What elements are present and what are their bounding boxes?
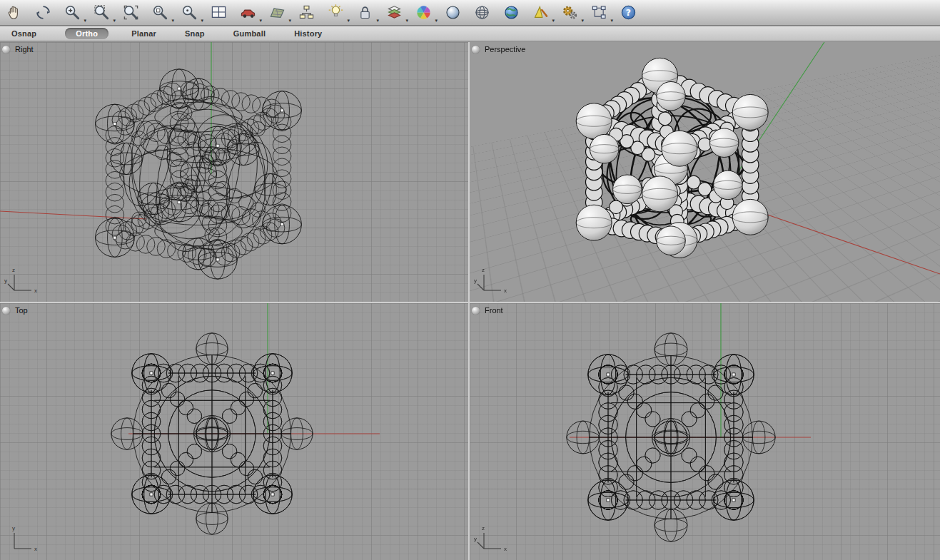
zoom-extents-icon[interactable]: [121, 2, 140, 24]
top-view-canvas: [0, 303, 468, 560]
viewport-front-header: Front: [472, 306, 503, 315]
settings-gears-icon[interactable]: ▾: [560, 2, 579, 24]
svg-text:y: y: [474, 278, 477, 284]
axis-gizmo-front: zxy: [472, 516, 522, 559]
svg-text:y: y: [12, 525, 15, 531]
status-toggle-snap[interactable]: Snap: [185, 29, 205, 38]
viewport-menu-ball-icon[interactable]: [472, 46, 480, 54]
front-view-canvas: [470, 303, 940, 560]
viewport-menu-ball-icon[interactable]: [2, 307, 10, 315]
display-mode-icon[interactable]: ▾: [268, 2, 286, 24]
perspective-grid-wrap: [470, 42, 940, 302]
svg-text:x: x: [504, 546, 507, 552]
viewport-menu-ball-icon[interactable]: [2, 46, 10, 54]
axis-gizmo-top: yx: [3, 516, 53, 559]
status-toggle-planar[interactable]: Planar: [131, 29, 156, 38]
viewport-right[interactable]: Right zxy: [0, 42, 468, 302]
status-bar: OsnapOrthoPlanarSnapGumballHistory: [0, 26, 940, 41]
layers-icon[interactable]: ▾: [385, 2, 403, 24]
perspective-view-canvas: [470, 42, 940, 302]
svg-text:y: y: [4, 278, 7, 284]
status-toggle-osnap[interactable]: Osnap: [11, 29, 36, 38]
svg-text:z: z: [482, 525, 485, 531]
svg-text:?: ?: [625, 7, 630, 18]
dropdown-arrow-icon[interactable]: ▾: [405, 18, 408, 23]
axis-gizmo-perspective: zxy: [472, 258, 522, 300]
dropdown-arrow-icon[interactable]: ▾: [347, 18, 350, 23]
layer-state-icon[interactable]: [297, 2, 315, 24]
viewport-layout-icon[interactable]: [209, 2, 228, 24]
svg-text:x: x: [34, 287, 37, 294]
dropdown-arrow-icon[interactable]: ▾: [288, 18, 291, 23]
viewport-front[interactable]: Front zxy: [470, 303, 940, 560]
status-toggle-history[interactable]: History: [294, 29, 322, 38]
dropdown-arrow-icon[interactable]: ▾: [610, 18, 613, 23]
walkabout-icon[interactable]: ▾: [238, 2, 257, 24]
svg-text:x: x: [34, 546, 37, 552]
svg-text:z: z: [482, 267, 485, 273]
annotate-icon[interactable]: ▾: [531, 2, 550, 24]
viewport-top[interactable]: Top yx: [0, 303, 468, 560]
render-sphere-icon[interactable]: [443, 2, 462, 24]
viewport-title-perspective[interactable]: Perspective: [485, 45, 525, 54]
svg-text:z: z: [12, 267, 15, 273]
pan-hand-icon[interactable]: [4, 2, 23, 24]
dropdown-arrow-icon[interactable]: ▾: [376, 18, 379, 23]
viewport-title-right[interactable]: Right: [15, 45, 34, 54]
zoom-target-icon[interactable]: ▾: [180, 2, 198, 24]
dropdown-arrow-icon[interactable]: ▾: [201, 18, 203, 23]
status-toggle-ortho[interactable]: Ortho: [65, 28, 108, 39]
dropdown-arrow-icon[interactable]: ▾: [113, 18, 116, 23]
dropdown-arrow-icon[interactable]: ▾: [552, 18, 555, 23]
zoom-window-icon[interactable]: ▾: [92, 2, 111, 24]
zoom-in-icon[interactable]: ▾: [63, 2, 81, 24]
earth-icon[interactable]: [502, 2, 520, 24]
viewport-menu-ball-icon[interactable]: [472, 307, 480, 315]
viewport-right-header: Right: [2, 45, 34, 54]
block-structure-icon[interactable]: ▾: [590, 2, 608, 24]
help-icon[interactable]: ?: [619, 2, 637, 24]
lock-icon[interactable]: ▾: [355, 2, 374, 24]
dropdown-arrow-icon[interactable]: ▾: [84, 18, 86, 23]
dropdown-arrow-icon[interactable]: ▾: [581, 18, 584, 23]
right-view-canvas: [0, 42, 468, 302]
dropdown-arrow-icon[interactable]: ▾: [259, 18, 262, 23]
viewport-top-header: Top: [2, 306, 28, 315]
main-toolbar: ▾▾▾▾▾▾▾▾▾▾▾▾▾?: [0, 0, 940, 26]
viewport-title-front[interactable]: Front: [485, 306, 503, 315]
viewport-perspective[interactable]: Perspective zxy: [470, 42, 940, 302]
svg-text:x: x: [504, 287, 507, 294]
dropdown-arrow-icon[interactable]: ▾: [171, 18, 174, 23]
zoom-selected-icon[interactable]: ▾: [151, 2, 169, 24]
status-toggle-gumball[interactable]: Gumball: [233, 29, 266, 38]
dropdown-arrow-icon[interactable]: ▾: [435, 18, 438, 23]
lights-icon[interactable]: ▾: [326, 2, 345, 24]
viewport-perspective-header: Perspective: [472, 45, 525, 54]
rhino-window: ▾▾▾▾▾▾▾▾▾▾▾▾▾? OsnapOrthoPlanarSnapGumba…: [0, 0, 940, 560]
viewport-title-top[interactable]: Top: [15, 306, 28, 315]
svg-text:y: y: [474, 536, 477, 542]
perspective-grid-floor: [470, 53, 940, 302]
rotate-view-icon[interactable]: [34, 2, 52, 24]
viewport-grid: Right zxy Perspective zxy Top yx: [0, 42, 940, 560]
color-wheel-icon[interactable]: ▾: [414, 2, 433, 24]
axis-gizmo-right: zxy: [3, 258, 53, 300]
wireframe-sphere-icon[interactable]: [472, 2, 491, 24]
